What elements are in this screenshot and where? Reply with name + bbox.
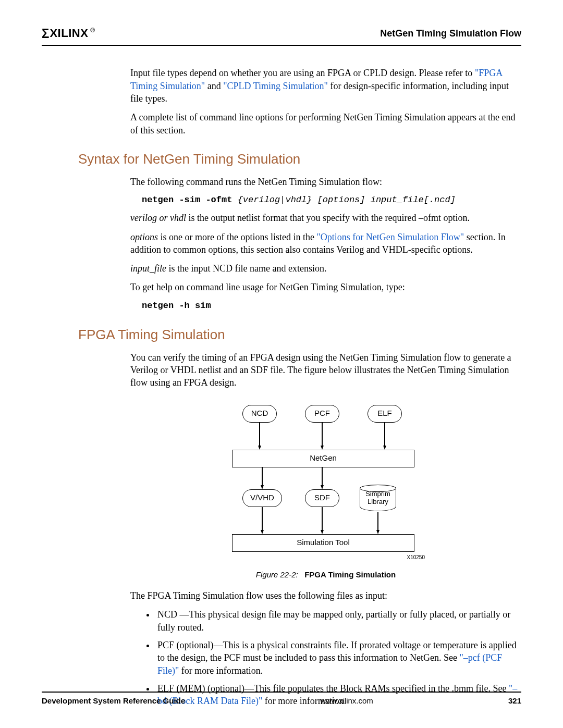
logo-mark-icon: Σ: [42, 24, 47, 43]
node-simprim-lib: Simprim Library: [360, 485, 396, 511]
fpga-block: You can verify the timing of an FPGA des…: [130, 351, 521, 708]
bullet-ncd: NCD —This physical design file may be ma…: [157, 609, 510, 632]
term-verilog-vhdl: verilog or vhdl: [130, 213, 186, 223]
node-vvhd: V/VHD: [242, 489, 282, 507]
link-cpld-timing-sim[interactable]: "CPLD Timing Simulation": [223, 81, 328, 91]
node-netgen: NetGen: [232, 450, 414, 467]
arrow-icon: [376, 512, 380, 534]
syntax-p5: To get help on command line usage for Ne…: [130, 281, 521, 293]
syntax-p3b: is one or more of the options listed in …: [158, 232, 316, 242]
page-header: Σ XILINX ® NetGen Timing Simulation Flow: [42, 25, 521, 46]
arrow-icon: [321, 423, 324, 450]
heading-fpga-timing: FPGA Timing Simulation: [78, 326, 521, 344]
bullet-pcf-b: for more information.: [179, 665, 263, 676]
svg-marker-1: [258, 446, 261, 450]
syntax-p4b: is the input NCD file name and extension…: [166, 263, 326, 274]
svg-marker-9: [321, 485, 324, 489]
figure-22-2: NCD PCF ELF NetGen V/VHD SDF Simprim Lib…: [130, 405, 521, 581]
figure-id: X10250: [407, 554, 425, 561]
link-options-netgen-sim-flow[interactable]: "Options for NetGen Simulation Flow": [316, 232, 464, 242]
header-section-title: NetGen Timing Simulation Flow: [380, 27, 521, 40]
code-args: {verilog|vhdl} [options] input_file[.ncd…: [238, 195, 456, 205]
node-pcf: PCF: [305, 405, 339, 423]
svg-marker-11: [261, 530, 264, 534]
code-bold: netgen -sim -ofmt: [142, 195, 238, 205]
footer-page-number: 321: [508, 696, 521, 706]
page-footer: Development System Reference Guide www.x…: [42, 692, 521, 706]
code-netgen-sim: netgen -sim -ofmt {verilog|vhdl} [option…: [142, 194, 521, 206]
fpga-flow-diagram: NCD PCF ELF NetGen V/VHD SDF Simprim Lib…: [227, 405, 425, 561]
svg-marker-5: [383, 446, 386, 450]
svg-marker-15: [376, 530, 380, 534]
svg-marker-13: [321, 530, 324, 534]
svg-marker-7: [261, 485, 264, 489]
intro-p1a: Input file types depend on whether you a…: [130, 68, 475, 78]
svg-marker-3: [321, 446, 324, 450]
node-elf: ELF: [368, 405, 402, 423]
code-help-text: netgen -h sim: [142, 301, 211, 311]
list-item: PCF (optional)—This is a physical constr…: [155, 639, 521, 677]
footer-url[interactable]: www.xilinx.com: [320, 696, 373, 706]
arrow-icon: [321, 507, 324, 534]
logo-text: XILINX: [50, 26, 88, 41]
figure-label: Figure 22-2:: [256, 570, 298, 579]
intro-p1mid: and: [207, 81, 224, 91]
node-sdf: SDF: [305, 489, 339, 507]
arrow-icon: [261, 467, 264, 489]
term-input-file: input_file: [130, 263, 166, 274]
code-netgen-help: netgen -h sim: [142, 300, 521, 312]
arrow-icon: [261, 507, 264, 534]
node-ncd: NCD: [242, 405, 277, 423]
syntax-block: The following command runs the NetGen Ti…: [130, 176, 521, 312]
arrow-icon: [258, 423, 261, 450]
heading-syntax: Syntax for NetGen Timing Simulation: [78, 150, 521, 168]
list-item: NCD —This physical design file may be ma…: [155, 608, 521, 634]
xilinx-logo: Σ XILINX ®: [42, 25, 95, 42]
footer-left: Development System Reference Guide: [42, 696, 185, 706]
logo-reg: ®: [90, 26, 95, 34]
syntax-p2b: is the output netlist format that you sp…: [186, 213, 470, 223]
fpga-p2: The FPGA Timing Simulation flow uses the…: [130, 589, 521, 602]
arrow-icon: [321, 467, 324, 489]
intro-block: Input file types depend on whether you a…: [130, 67, 521, 136]
intro-p2: A complete list of command line options …: [130, 111, 521, 137]
term-options: options: [130, 232, 158, 242]
arrow-icon: [383, 423, 386, 450]
figure-title: FPGA Timing Simulation: [304, 570, 396, 579]
syntax-p1: The following command runs the NetGen Ti…: [130, 176, 521, 188]
node-simulation-tool: Simulation Tool: [232, 534, 414, 552]
fpga-p1: You can verify the timing of an FPGA des…: [130, 351, 521, 389]
figure-caption: Figure 22-2: FPGA Timing Simulation: [130, 570, 521, 580]
